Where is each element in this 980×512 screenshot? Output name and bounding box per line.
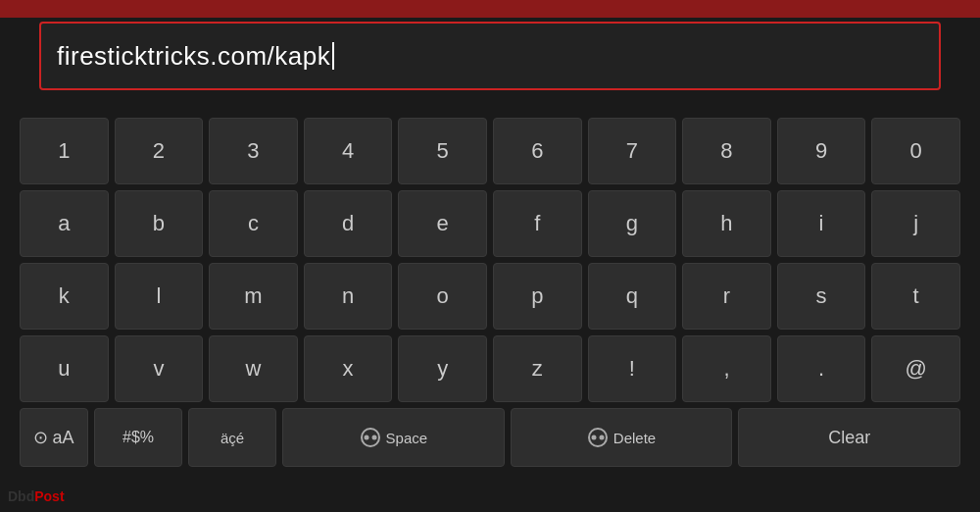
symbols-key[interactable]: #$% <box>94 408 182 467</box>
url-text: firesticktricks.com/kapk <box>57 41 330 72</box>
keyboard-row-special: ⊙ aA #$% äçé Space <box>20 408 960 467</box>
key-v[interactable]: v <box>115 335 204 402</box>
key-w[interactable]: w <box>209 335 298 402</box>
space-icon-wrap: Space <box>360 427 428 448</box>
key-j[interactable]: j <box>871 190 960 257</box>
key-r[interactable]: r <box>682 263 771 330</box>
key-k[interactable]: k <box>20 263 109 330</box>
space-label: Space <box>386 430 428 446</box>
special-chars-key[interactable]: äçé <box>188 408 276 467</box>
clear-key[interactable]: Clear <box>738 408 960 467</box>
keyboard-row-numbers: 1 2 3 4 5 6 7 8 9 0 <box>20 118 960 184</box>
key-u[interactable]: u <box>20 335 109 402</box>
key-1[interactable]: 1 <box>20 118 109 184</box>
dbd-post-logo: Dbd Post <box>8 488 65 504</box>
key-i[interactable]: i <box>777 190 866 257</box>
key-f[interactable]: f <box>493 190 582 257</box>
key-c[interactable]: c <box>209 190 298 257</box>
caps-icon: ⊙ <box>33 427 48 448</box>
url-input-container[interactable]: firesticktricks.com/kapk <box>39 22 941 90</box>
keyboard-row-uz: u v w x y z ! , . @ <box>20 335 960 402</box>
svg-point-2 <box>371 435 376 440</box>
special-chars-label: äçé <box>220 430 244 446</box>
svg-point-5 <box>599 435 604 440</box>
key-5[interactable]: 5 <box>398 118 487 184</box>
clear-label: Clear <box>828 428 870 448</box>
delete-icon-wrap: Delete <box>587 427 656 448</box>
text-cursor <box>332 42 334 70</box>
key-a[interactable]: a <box>20 190 109 257</box>
keyboard: 1 2 3 4 5 6 7 8 9 0 a b c d e f g h i j … <box>0 108 980 512</box>
key-b[interactable]: b <box>115 190 204 257</box>
key-period[interactable]: . <box>777 335 866 402</box>
key-y[interactable]: y <box>398 335 487 402</box>
key-d[interactable]: d <box>304 190 393 257</box>
key-x[interactable]: x <box>304 335 393 402</box>
delete-circle-icon <box>587 427 609 448</box>
svg-point-1 <box>364 435 368 440</box>
keyboard-row-kt: k l m n o p q r s t <box>20 263 960 330</box>
key-6[interactable]: 6 <box>493 118 582 184</box>
caps-label: aA <box>52 428 74 448</box>
key-8[interactable]: 8 <box>682 118 771 184</box>
delete-label: Delete <box>613 430 656 446</box>
key-exclaim[interactable]: ! <box>588 335 677 402</box>
key-2[interactable]: 2 <box>115 118 204 184</box>
keyboard-row-aj: a b c d e f g h i j <box>20 190 960 257</box>
svg-point-4 <box>591 435 596 440</box>
key-z[interactable]: z <box>493 335 582 402</box>
key-at[interactable]: @ <box>871 335 960 402</box>
key-comma[interactable]: , <box>682 335 771 402</box>
key-s[interactable]: s <box>777 263 866 330</box>
logo-post-text: Post <box>34 488 64 504</box>
key-t[interactable]: t <box>871 263 960 330</box>
key-n[interactable]: n <box>304 263 393 330</box>
key-g[interactable]: g <box>588 190 677 257</box>
space-key[interactable]: Space <box>282 408 505 467</box>
delete-key[interactable]: Delete <box>511 408 733 467</box>
caps-key[interactable]: ⊙ aA <box>20 408 88 467</box>
key-p[interactable]: p <box>493 263 582 330</box>
key-3[interactable]: 3 <box>209 118 298 184</box>
key-m[interactable]: m <box>209 263 298 330</box>
key-o[interactable]: o <box>398 263 487 330</box>
key-9[interactable]: 9 <box>777 118 866 184</box>
key-7[interactable]: 7 <box>588 118 677 184</box>
key-l[interactable]: l <box>115 263 204 330</box>
key-h[interactable]: h <box>682 190 771 257</box>
symbols-label: #$% <box>122 429 154 446</box>
logo-dbd-text: Dbd <box>8 488 34 504</box>
key-0[interactable]: 0 <box>871 118 960 184</box>
space-circle-icon <box>360 427 381 448</box>
key-e[interactable]: e <box>398 190 487 257</box>
key-4[interactable]: 4 <box>304 118 393 184</box>
key-q[interactable]: q <box>588 263 677 330</box>
top-bar <box>0 0 980 18</box>
